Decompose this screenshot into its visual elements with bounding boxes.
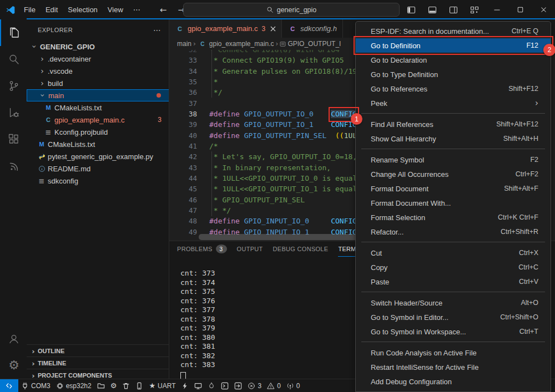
tree-item-readme-md[interactable]: README.md (27, 162, 169, 175)
status-item-flash-icon[interactable] (178, 379, 191, 392)
menu-view[interactable]: View (103, 2, 128, 18)
status-item-errors-icon-3[interactable]: 3 (245, 379, 264, 392)
status-item-gear-icon[interactable]: ⚙ (108, 379, 120, 392)
tab-sdkconfig-h[interactable]: C sdkconfig.h (282, 19, 343, 38)
tree-item-cmakelists-txt[interactable]: MCMakeLists.txt (27, 138, 169, 150)
menu-item-rename-symbol[interactable]: Rename SymbolF2 (356, 152, 551, 167)
menu-item-switch-header-source[interactable]: Switch Header/SourceAlt+O (356, 296, 551, 310)
menu-item-go-to-symbol-in-editor[interactable]: Go to Symbol in Editor...Ctrl+Shift+O (356, 310, 551, 324)
menu-item-shortcut: Ctrl+F2 (516, 170, 538, 178)
menu-item-go-to-definition[interactable]: Go to DefinitionF12 (356, 38, 551, 53)
menu-item-paste[interactable]: PasteCtrl+V (356, 274, 551, 289)
layout-sidebar-left-icon[interactable] (401, 6, 422, 14)
panel-tab-debug-console[interactable]: DEBUG CONSOLE (273, 241, 329, 257)
menu-item-shortcut: Ctrl+V (519, 278, 538, 286)
activity-item-explorer[interactable] (0, 19, 27, 46)
breadcrumb-symbol[interactable]: GPIO_OUTPUT_I (287, 40, 341, 48)
status-item-flame-icon[interactable] (205, 379, 218, 392)
command-center-search[interactable]: generic_gpio (183, 3, 400, 17)
tree-item-kconfig-projbuild[interactable]: ≡Kconfig.projbuild (27, 126, 169, 138)
activity-item-source-control[interactable] (0, 73, 27, 99)
activity-item-extensions[interactable] (0, 126, 27, 152)
activity-item-run-debug[interactable] (0, 99, 27, 126)
menu-item-find-all-references[interactable]: Find All ReferencesShift+Alt+F12 (356, 117, 551, 131)
close-icon[interactable] (270, 26, 276, 32)
menu-item-copy[interactable]: CopyCtrl+C (356, 260, 551, 274)
more-menus-icon[interactable]: ⋯ (128, 2, 145, 18)
menu-item-refactor[interactable]: Refactor...Ctrl+Shift+R (356, 225, 551, 239)
tree-item-generic-gpio[interactable]: ›GENERIC_GPIO (27, 40, 169, 53)
status-item-trash-icon[interactable] (119, 379, 133, 392)
menu-file[interactable]: File (19, 2, 41, 18)
status-item-monitor-icon[interactable] (191, 379, 205, 392)
status-item-device-icon[interactable] (133, 379, 146, 392)
menu-item-generate-doxygen-comment[interactable]: Generate Doxygen Comment (356, 389, 551, 392)
tab-gpio-example-main-c[interactable]: C gpio_example_main.c 3 (169, 19, 282, 38)
menu-edit[interactable]: Edit (41, 2, 63, 18)
status-item-remote-icon[interactable] (0, 379, 18, 392)
breadcrumb-file[interactable]: gpio_example_main.c (209, 40, 274, 48)
activity-item-account[interactable] (0, 325, 27, 352)
layout-grid-icon[interactable] (464, 6, 485, 14)
status-item-arrow-box-icon[interactable] (231, 379, 245, 392)
terminal-line: cnt: 383 (180, 360, 215, 369)
tree-item-cmakelists-txt[interactable]: MCMakeLists.txt (27, 101, 169, 114)
status-item-plug-icon-com3[interactable]: COM3 (18, 379, 53, 392)
maximize-button[interactable] (508, 0, 532, 19)
close-button[interactable] (532, 0, 555, 19)
layout-panel-icon[interactable] (422, 6, 443, 14)
tree-item-pytest-generic-gpio-example-py[interactable]: pytest_generic_gpio_example.py (27, 150, 169, 162)
tree-item-devcontainer[interactable]: ›.devcontainer (27, 53, 169, 65)
menu-item-esp-idf-search-in-documentation[interactable]: ESP-IDF: Search in documentation...Ctrl+… (356, 24, 551, 38)
menu-item-format-document-with[interactable]: Format Document With... (356, 196, 551, 210)
tree-item-sdkconfig[interactable]: ≡sdkconfig (27, 175, 169, 187)
menu-item-peek[interactable]: Peek› (356, 96, 551, 110)
breadcrumb-folder[interactable]: main (177, 40, 191, 48)
status-item-terminal-box-icon[interactable] (218, 379, 231, 392)
menu-item-go-to-type-definition[interactable]: Go to Type Definition (356, 67, 551, 82)
panel-tab-problems[interactable]: PROBLEMS 3 (177, 241, 227, 257)
section-project-components[interactable]: ›PROJECT COMPONENTS (27, 369, 169, 379)
minimize-button[interactable] (485, 0, 508, 19)
activity-item-espressif[interactable] (0, 152, 27, 179)
menu-item-restart-intellisense-for-active-file[interactable]: Restart IntelliSense for Active File (356, 360, 551, 374)
horizontal-scrollbar[interactable] (199, 234, 360, 240)
code-text: * Connect GPIO19(9) with GPIO5 (209, 56, 344, 64)
tree-item-build[interactable]: ›build (27, 77, 169, 89)
menu-item-change-all-occurrences[interactable]: Change All OccurrencesCtrl+F2 (356, 167, 551, 181)
status-item-warnings-icon-0[interactable]: 0 (264, 379, 284, 392)
explorer-more-actions-icon[interactable]: ⋯ (153, 26, 161, 34)
back-arrow-icon[interactable]: ← (160, 5, 167, 15)
menu-item-go-to-references[interactable]: Go to ReferencesShift+F12 (356, 82, 551, 96)
activity-item-search[interactable] (0, 46, 27, 73)
menu-item-add-debug-configuration[interactable]: Add Debug Configuration (356, 374, 551, 389)
tree-item-vscode[interactable]: ›.vscode (27, 65, 169, 77)
layout-sidebar-right-icon[interactable] (443, 6, 464, 14)
tree-item-gpio-example-main-c[interactable]: Cgpio_example_main.c3 (27, 114, 169, 126)
tree-item-label: pytest_generic_gpio_example.py (48, 152, 153, 161)
menu-selection[interactable]: Selection (63, 2, 102, 18)
status-item-star-icon-uart[interactable]: ★UART (146, 379, 178, 392)
activity-item-settings[interactable]: ⚙ (0, 352, 27, 379)
info-icon (37, 165, 47, 172)
breadcrumb-separator-icon: › (193, 40, 196, 48)
menu-item-label: Rename Symbol (371, 156, 424, 164)
section-outline[interactable]: ›OUTLINE (27, 344, 169, 357)
menu-item-run-code-analysis-on-active-file[interactable]: Run Code Analysis on Active File (356, 345, 551, 360)
chevron-down-icon: › (30, 42, 39, 51)
tree-item-main[interactable]: ›main (27, 89, 169, 101)
menu-item-go-to-declaration[interactable]: Go to Declaration (356, 53, 551, 67)
code-text: * Let's say, GPIO_OUTPUT_IO_0=18, (209, 152, 357, 161)
menu-item-show-call-hierarchy[interactable]: Show Call HierarchyShift+Alt+H (356, 131, 551, 146)
status-item-ports-icon-0[interactable]: 0 (284, 379, 303, 392)
panel-tab-output[interactable]: OUTPUT (237, 241, 263, 257)
menu-item-cut[interactable]: CutCtrl+X (356, 246, 551, 260)
status-item-chip-icon-esp32h2[interactable]: esp32h2 (53, 379, 94, 392)
menu-item-shortcut: Shift+Alt+F (504, 185, 538, 192)
menu-item-go-to-symbol-in-workspace[interactable]: Go to Symbol in Workspace...Ctrl+T (356, 324, 551, 339)
section-timeline[interactable]: ›TIMELINE (27, 357, 169, 369)
menu-item-format-selection[interactable]: Format SelectionCtrl+K Ctrl+F (356, 210, 551, 225)
c-file-icon: C (198, 41, 208, 47)
status-item-folder-icon[interactable] (94, 379, 108, 392)
menu-item-format-document[interactable]: Format DocumentShift+Alt+F (356, 181, 551, 196)
